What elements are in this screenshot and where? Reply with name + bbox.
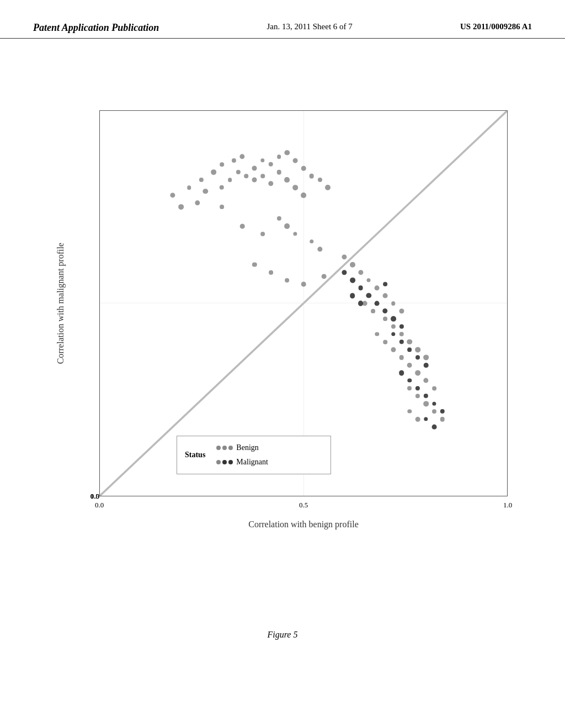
malignant-dot-3 [228,460,233,464]
y-tick-1: 1.0 [90,492,99,501]
x-axis-label: Correlation with benign profile [99,520,508,529]
publication-number: US 2011/0009286 A1 [460,22,532,31]
figure-caption: Figure 5 [0,630,565,640]
malignant-dot-2 [222,460,227,464]
x-tick-05: 0.5 [299,501,308,510]
chart-container: Correlation with malignant profile 0.0 0… [55,110,508,540]
benign-dot-1 [216,446,221,450]
legend-item-benign: Benign [216,443,268,452]
legend-title: Status [185,451,205,459]
benign-label: Benign [236,443,258,452]
publication-date-sheet: Jan. 13, 2011 Sheet 6 of 7 [267,22,353,31]
legend-item-malignant: Malignant [216,458,268,467]
page: Patent Application Publication Jan. 13, … [0,0,565,728]
page-header: Patent Application Publication Jan. 13, … [0,0,565,39]
malignant-label: Malignant [236,458,268,467]
y-axis-label: Correlation with malignant profile [56,243,66,364]
legend: Status Benign [177,436,331,474]
benign-dot-2 [222,446,227,450]
benign-dot-3 [228,446,233,450]
publication-title: Patent Application Publication [33,22,159,34]
x-tick-0: 0.0 [95,501,104,510]
malignant-dot-1 [216,460,221,464]
x-tick-1: 1.0 [503,501,512,510]
